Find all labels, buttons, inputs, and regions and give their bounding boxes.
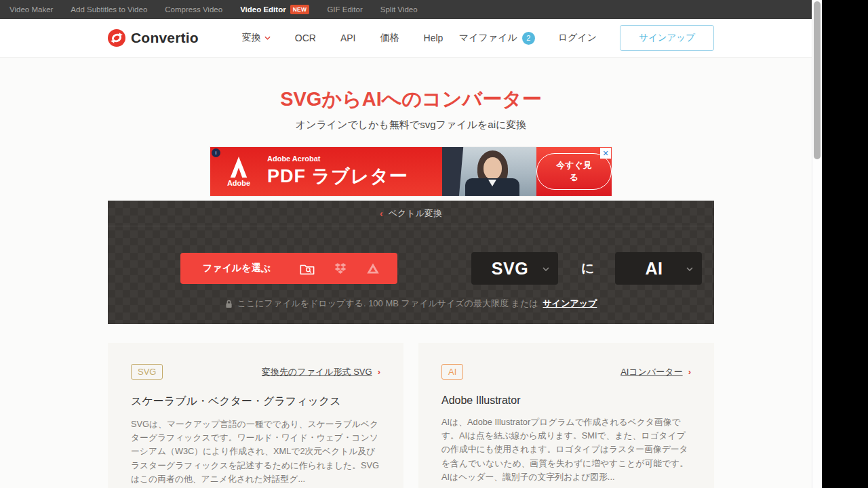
to-connector-label: に [581,260,594,277]
topbar-item-video-maker[interactable]: Video Maker [9,5,53,14]
hero-section: SVGからAIへのコンバーター オンラインでしかも無料でsvgファイルをaiに変… [0,58,822,131]
ad-cta-button[interactable]: 今すぐ見る [536,153,612,190]
my-files-label: マイファイル [459,32,517,44]
chevron-left-icon: ‹ [380,208,383,219]
adobe-a-icon [226,156,252,178]
scrollbar-thumb[interactable] [814,1,821,159]
svg-converter-link-label: 変換先のファイル形式 SVG [262,366,372,378]
drop-hint-signup-link[interactable]: サインアップ [543,298,597,310]
vertical-scrollbar[interactable] [812,0,822,488]
screen: Video Maker Add Subtitles to Video Compr… [0,0,868,488]
svg-converter-link[interactable]: 変換先のファイル形式 SVG › [262,366,380,378]
topbar-item-video-editor[interactable]: Video Editor NEW [240,5,309,14]
nav-pricing[interactable]: 価格 [380,32,399,44]
format-info-cards: SVG 変換先のファイル形式 SVG › スケーラブル・ベクター・グラフィックス… [108,343,714,488]
ai-converter-link[interactable]: AIコンバーター › [620,366,691,378]
ad-brand-panel: Adobe Adobe Acrobat PDF ラブレター [210,147,442,196]
from-format-select[interactable]: SVG [471,252,558,285]
lock-icon [225,300,233,308]
ad-headline: PDF ラブレター [267,164,408,188]
ad-close-icon[interactable]: ✕ [600,148,611,159]
my-files-count-badge: 2 [522,32,535,45]
folder-search-icon[interactable] [300,262,315,275]
nav-api[interactable]: API [340,33,356,43]
svg-card-description: SVGは、マークアップ言語の一種でであり、スケーラブルベクターグラフィックスです… [131,418,380,486]
ai-converter-link-label: AIコンバーター [620,366,683,378]
topbar-item-add-subtitles[interactable]: Add Subtitles to Video [71,5,147,14]
main-nav: 変換 OCR API 価格 Help [242,32,443,44]
chevron-down-icon [264,36,271,40]
nav-convert-label: 変換 [242,32,261,44]
new-badge: NEW [290,5,310,14]
chevron-right-icon: › [378,367,380,377]
adobe-wordmark: Adobe [227,179,250,187]
format-badge-ai: AI [441,364,463,380]
back-link-label: ベクトル変換 [389,207,442,220]
choose-files-label: ファイルを選ぶ [203,262,271,274]
adobe-logo: Adobe [221,156,256,187]
nav-ocr[interactable]: OCR [295,33,316,43]
svg-card-title: スケーラブル・ベクター・グラフィックス [131,394,380,409]
topbar-item-split-video[interactable]: Split Video [380,5,418,14]
ai-card-description: AIは、Adobe Illustratorプログラムで作成されるベクタ画像です。… [441,415,691,484]
google-drive-icon[interactable] [366,262,380,274]
choose-files-button[interactable]: ファイルを選ぶ [180,253,397,284]
ad-banner[interactable]: Adobe Adobe Acrobat PDF ラブレター 今すぐ見る ✕ i [210,147,612,196]
back-to-vector-link[interactable]: ‹ ベクトル変換 [108,201,714,226]
my-files-link[interactable]: マイファイル 2 [459,32,535,45]
chevron-right-icon: › [688,367,691,377]
topbar-item-gif-editor[interactable]: GIF Editor [327,5,362,14]
chevron-down-icon [542,267,549,271]
signup-button[interactable]: サインアップ [620,25,714,51]
nav-help[interactable]: Help [424,33,443,43]
login-link[interactable]: ログイン [558,32,597,44]
page-title: SVGからAIへのコンバーター [0,86,822,113]
dropbox-icon[interactable] [334,262,347,275]
format-card-ai: AI AIコンバーター › Adobe Illustrator AIは、Adob… [418,343,714,488]
drop-hint-text: ここにファイルをドロップする. 100 MB ファイルサイズの最大限度 または [237,298,538,310]
convertio-swap-icon [108,29,125,47]
chevron-down-icon [686,267,693,271]
to-format-select[interactable]: AI [615,252,702,285]
ad-product-name: Adobe Acrobat [267,155,408,163]
topbar-item-label: Video Editor [240,5,286,14]
top-tools-bar: Video Maker Add Subtitles to Video Compr… [0,0,822,19]
logo-text: Convertio [131,30,199,46]
from-format-value: SVG [492,259,538,279]
site-header: Convertio 変換 OCR API 価格 Help [0,19,822,58]
browser-viewport: Video Maker Add Subtitles to Video Compr… [0,0,822,488]
page-subtitle: オンラインでしかも無料でsvgファイルをaiに変換 [0,119,822,131]
format-card-svg: SVG 変換先のファイル形式 SVG › スケーラブル・ベクター・グラフィックス… [108,343,403,488]
format-badge-svg: SVG [131,364,163,380]
ai-card-title: Adobe Illustrator [441,394,691,407]
converter-box: ‹ ベクトル変換 ファイルを選ぶ [108,201,714,324]
topbar-item-compress-video[interactable]: Compress Video [165,5,222,14]
ad-photo [442,147,536,196]
convertio-logo[interactable]: Convertio [108,29,199,47]
to-format-value: AI [645,259,672,279]
nav-convert[interactable]: 変換 [242,32,271,44]
ad-info-icon[interactable]: i [212,148,220,157]
